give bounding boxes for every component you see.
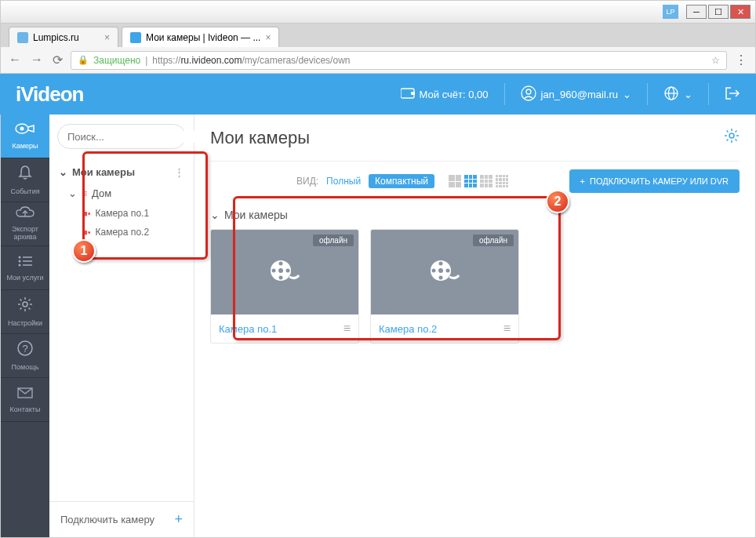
svg-point-32 [432,269,436,273]
nav-cameras[interactable]: Камеры [1,115,49,158]
url-input[interactable]: 🔒 Защищено | https://ru.ivideon.com/my/c… [71,51,727,70]
divider [708,83,709,105]
user-icon [521,85,536,104]
reel-icon [269,258,300,286]
nav-settings[interactable]: Настройки [1,290,49,334]
svg-point-24 [279,262,283,266]
cameras-icon [15,122,35,139]
more-icon[interactable]: ⋮ [174,166,184,178]
card-menu-icon[interactable]: ≡ [343,322,351,336]
svg-point-33 [446,269,450,273]
nav-help[interactable]: ?Помощь [1,334,49,378]
help-icon: ? [17,340,33,360]
plus-icon: + [174,511,183,528]
window-minimize-button[interactable]: ─ [686,5,707,19]
mail-icon [17,386,33,402]
wallet-icon [401,88,415,101]
search-input[interactable] [67,131,199,143]
list-icon: ≡ [82,188,87,199]
language-button[interactable]: ⌄ [663,85,692,104]
card-menu-icon[interactable]: ≡ [503,322,511,336]
page-title: Мои камеры [210,128,724,148]
card-name[interactable]: Камера no.1 [219,323,277,335]
tree-group-home[interactable]: ⌄ ≡ Дом [49,183,194,204]
browser-menu-button[interactable]: ⋮ [735,53,747,67]
connect-camera-button[interactable]: + ПОДКЛЮЧИТЬ КАМЕРУ ИЛИ DVR [569,169,740,193]
secure-label: Защищено [93,55,140,66]
camera-cards: офлайн Камера no.1 ≡ офлайн [210,229,740,344]
bell-icon [18,165,32,184]
camera-tree: ⌄ Мои камеры ⋮ ⌄ ≡ Дом ■• Камера no.1 ■•… [49,158,194,501]
view-full[interactable]: Полный [326,176,361,187]
camera-icon: ■• [82,227,91,237]
list-icon [18,254,32,271]
browser-tab-2[interactable]: Мои камеры | Ivideon — ... × [122,27,279,47]
tab-title: Мои камеры | Ivideon — ... [146,32,260,43]
svg-point-29 [438,268,443,273]
card-preview: офлайн [371,230,518,314]
balance-label: Мой счёт: 0,00 [420,89,489,100]
content-header: Мои камеры [210,115,740,162]
tree-camera-1[interactable]: ■• Камера no.1 [49,204,194,223]
browser-tab-strip: Lumpics.ru × Мои камеры | Ivideon — ... … [0,24,756,47]
svg-rect-1 [411,92,415,95]
globe-icon [663,85,679,104]
svg-point-25 [279,276,283,280]
nav-events[interactable]: События [1,158,49,202]
window-maximize-button[interactable]: ☐ [708,5,729,19]
svg-point-30 [439,262,443,266]
back-button[interactable]: ← [9,53,21,67]
card-preview: офлайн [211,230,358,314]
browser-tab-1[interactable]: Lumpics.ru × [9,27,118,47]
card-footer: Камера no.2 ≡ [371,314,518,343]
svg-point-11 [19,260,21,263]
chevron-down-icon: ⌄ [210,209,220,221]
user-menu[interactable]: jan_960@mail.ru ⌄ [521,85,631,104]
window-close-button[interactable]: ✕ [730,5,751,19]
grid-tiny-icon[interactable] [496,175,508,187]
nav-services[interactable]: Мои услуги [1,246,49,290]
grid-medium-icon[interactable] [464,175,477,187]
settings-gear-icon[interactable] [724,128,740,147]
svg-point-15 [23,302,27,307]
svg-point-27 [286,269,290,273]
chevron-down-icon: ⌄ [684,89,692,100]
grid-small-icon[interactable] [480,175,492,187]
status-badge: офлайн [473,234,514,246]
svg-point-31 [439,276,443,280]
tab-close-icon[interactable]: × [104,32,110,43]
reel-icon [429,258,460,286]
tree-camera-2[interactable]: ■• Камера no.2 [49,223,194,242]
chevron-down-icon: ⌄ [623,89,631,100]
tab-close-icon[interactable]: × [265,32,271,43]
main-layout: Камеры События Экспорт архива Мои услуги… [0,115,756,538]
balance-button[interactable]: Мой счёт: 0,00 [401,88,489,101]
reload-button[interactable]: ⟳ [53,53,63,67]
favicon-icon [17,32,28,43]
view-compact[interactable]: Компактный [369,174,434,188]
view-label: ВИД: [296,176,318,187]
nav-export[interactable]: Экспорт архива [1,202,49,246]
tree-panel: ⌄ Мои камеры ⋮ ⌄ ≡ Дом ■• Камера no.1 ■•… [49,115,194,537]
bookmark-star-icon[interactable]: ☆ [711,55,720,66]
logo: iVideon [16,82,83,107]
nav-contacts[interactable]: Контакты [1,378,49,422]
forward-button[interactable]: → [31,53,43,67]
divider [647,83,648,105]
camera-card-1[interactable]: офлайн Камера no.1 ≡ [210,229,359,344]
tree-root[interactable]: ⌄ Мои камеры ⋮ [49,162,194,183]
connect-camera-link[interactable]: Подключить камеру + [49,501,194,537]
view-controls: ВИД: Полный Компактный + ПОДКЛЮЧИТЬ КАМЕ… [210,162,740,201]
camera-card-2[interactable]: офлайн Камера no.2 ≡ [370,229,519,344]
search-box[interactable] [57,124,186,149]
logout-button[interactable] [725,86,740,103]
grid-large-icon[interactable] [449,175,461,187]
card-name[interactable]: Камера no.2 [379,323,437,335]
svg-point-9 [19,256,21,259]
svg-point-8 [20,127,24,131]
section-title[interactable]: ⌄ Мои камеры [210,201,740,229]
browser-address-bar: ← → ⟳ 🔒 Защищено | https://ru.ivideon.co… [0,47,756,74]
svg-point-23 [278,268,283,273]
divider [504,83,505,105]
status-badge: офлайн [313,234,354,246]
